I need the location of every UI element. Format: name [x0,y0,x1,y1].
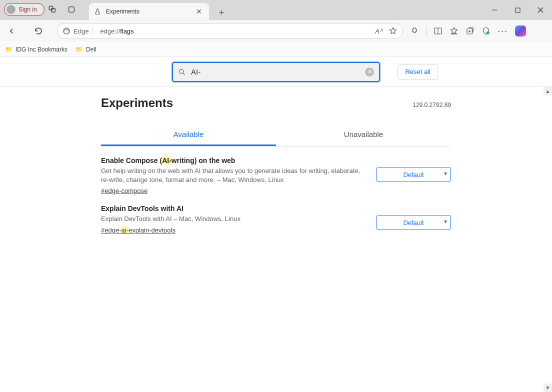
browser-essentials-icon[interactable] [482,26,490,36]
new-tab-button[interactable]: ＋ [214,5,229,19]
flag-title: Explain DevTools with AI [101,204,366,212]
flag-anchor-link[interactable]: #edge-ai-explain-devtools [101,226,176,234]
flag-state-select[interactable]: Default [376,216,451,230]
page-title: Experiments [101,96,173,110]
split-screen-icon[interactable] [434,26,442,36]
address-bar[interactable]: Edge edge://flags A⁾⁾ [57,23,403,39]
read-aloud-icon[interactable]: A⁾⁾ [375,28,382,35]
workspaces-icon[interactable] [48,5,57,14]
svg-rect-4 [516,8,520,12]
folder-icon: 📁 [76,46,83,53]
flag-description: Explain DevTools with AI – Mac, Windows,… [101,214,366,224]
browser-tab[interactable]: Experiments ✕ [89,3,209,20]
svg-point-15 [180,69,184,73]
collections-icon[interactable] [466,26,474,36]
bookmark-item[interactable]: 📁 IDG Inc Bookmarks [5,46,68,53]
maximize-button[interactable] [506,0,529,20]
title-bar: Sign in Experiments ✕ ＋ [0,0,552,20]
tab-actions-icon[interactable] [67,5,76,14]
close-window-button[interactable] [529,0,552,20]
favorite-icon[interactable] [388,26,398,36]
scroll-up-button[interactable]: ▲ [544,87,552,96]
tab-title: Experiments [106,8,189,15]
flags-search-row: ✕ Reset all [0,57,552,87]
bookmark-label: Dell [86,46,96,53]
extensions-icon[interactable] [410,26,419,36]
favorites-icon[interactable] [450,26,458,36]
flag-anchor-link[interactable]: #edge-compose [101,187,148,194]
flask-icon [94,8,101,15]
flag-description: Get help writing on the web with AI that… [101,166,366,184]
bookmarks-bar: 📁 IDG Inc Bookmarks 📁 Dell [0,42,552,57]
folder-icon: 📁 [5,46,12,53]
minimize-button[interactable] [483,0,506,20]
search-icon [178,68,186,76]
page-content: ✕ Reset all Experiments 129.0.2792.89 Av… [0,57,552,392]
bookmark-label: IDG Inc Bookmarks [16,46,68,53]
svg-rect-2 [69,7,74,12]
flag-state-select[interactable]: Default [376,168,451,182]
flags-search-box[interactable]: ✕ [172,62,380,82]
tab-close-button[interactable]: ✕ [194,8,204,16]
titlebar-icons [48,5,76,14]
settings-menu-icon[interactable]: ··· [498,26,508,36]
svg-point-14 [486,32,490,34]
version-label: 129.0.2792.89 [412,102,451,108]
flag-row: Enable Compose (AI-writing) on the web G… [101,156,451,194]
back-button[interactable] [3,22,20,40]
separator [426,26,426,36]
reset-all-button[interactable]: Reset all [398,64,438,80]
signin-button[interactable]: Sign in [4,3,44,16]
toolbar-right: ··· [406,26,530,36]
flags-search-input[interactable] [191,68,360,76]
scroll-down-button[interactable]: ▼ [544,384,552,392]
refresh-button[interactable] [30,22,47,40]
clear-search-icon[interactable]: ✕ [365,68,374,76]
avatar-icon [6,5,16,14]
url-display: edge://flags [97,28,371,35]
bookmark-item[interactable]: 📁 Dell [76,46,96,53]
tab-unavailable[interactable]: Unavailable [276,124,451,146]
flag-title: Enable Compose (AI-writing) on the web [101,156,366,164]
window-controls [483,0,552,20]
edge-icon [62,27,70,35]
engine-label: Edge [74,28,88,35]
copilot-icon[interactable] [515,26,526,36]
site-identity[interactable]: Edge [62,27,93,35]
experiments-container: Experiments 129.0.2792.89 Available Unav… [101,96,451,234]
svg-point-7 [64,28,70,34]
signin-label: Sign in [18,6,37,13]
flag-row: Explain DevTools with AI Explain DevTool… [101,204,451,234]
flags-tabstrip: Available Unavailable [101,124,451,146]
browser-toolbar: Edge edge://flags A⁾⁾ ··· [0,20,552,42]
tab-available[interactable]: Available [101,124,276,146]
svg-line-16 [183,73,184,74]
